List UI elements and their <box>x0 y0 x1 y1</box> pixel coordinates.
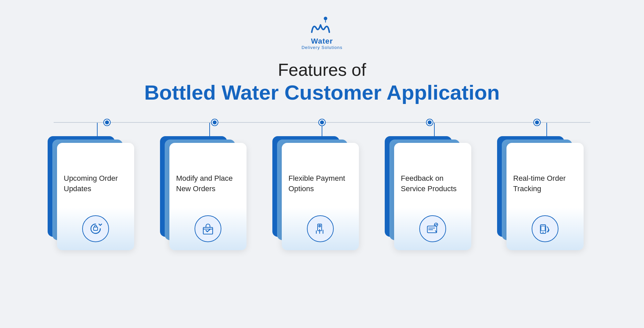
logo-icon <box>307 16 337 40</box>
card-label-2: Modify and Place New Orders <box>176 152 240 215</box>
card-front-2: Modify and Place New Orders <box>169 143 247 250</box>
timeline-dot-3 <box>319 119 325 125</box>
payment-icon <box>313 221 328 236</box>
card-stack-5: Real-time Order Tracking <box>506 136 587 257</box>
title-section: Features of Bottled Water Customer Appli… <box>144 59 500 105</box>
card-label-3: Flexible Payment Options <box>288 152 352 215</box>
card-front-5: Real-time Order Tracking <box>506 143 584 250</box>
card-stack-1: Upcoming Order Updates <box>57 136 138 257</box>
card-realtime-tracking: Real-time Order Tracking <box>506 123 587 257</box>
card-label-5: Real-time Order Tracking <box>513 152 577 215</box>
card-icon-4 <box>419 215 446 242</box>
svg-point-0 <box>324 17 327 20</box>
title-line1: Features of <box>144 59 500 80</box>
card-label-4: Feedback on Service Products <box>401 152 465 215</box>
timeline-dots <box>54 119 590 125</box>
card-stack-4: Feedback on Service Products <box>394 136 475 257</box>
card-front-1: Upcoming Order Updates <box>57 143 134 250</box>
card-label-1: Upcoming Order Updates <box>64 152 127 215</box>
card-feedback: Feedback on Service Products <box>394 123 475 257</box>
logo-container: Water Delivery Solutions <box>302 16 342 50</box>
card-icon-1 <box>82 215 109 242</box>
card-modify-orders: Modify and Place New Orders <box>169 123 250 257</box>
logo-text: Water Delivery Solutions <box>302 37 342 50</box>
logo-delivery-label: Delivery Solutions <box>302 45 342 50</box>
cards-container: Upcoming Order Updates <box>54 123 590 257</box>
card-icon-5 <box>532 215 558 242</box>
timeline-dot-4 <box>427 119 433 125</box>
svg-point-11 <box>548 229 549 231</box>
card-icon-3 <box>307 215 334 242</box>
tracking-icon <box>538 221 552 236</box>
card-flexible-payment: Flexible Payment Options <box>282 123 362 257</box>
feedback-icon <box>425 221 440 236</box>
timeline-section: Upcoming Order Updates <box>0 122 644 257</box>
page-header: Water Delivery Solutions Features of Bot… <box>144 16 500 105</box>
svg-point-10 <box>543 232 544 233</box>
card-front-4: Feedback on Service Products <box>394 143 471 250</box>
card-front-3: Flexible Payment Options <box>282 143 359 250</box>
card-upcoming-order: Upcoming Order Updates <box>57 123 138 257</box>
title-line2: Bottled Water Customer Application <box>144 80 500 105</box>
card-stack-2: Modify and Place New Orders <box>169 136 250 257</box>
logo-water-label: Water <box>311 37 333 46</box>
timeline-dot-5 <box>534 119 540 125</box>
box-check-icon <box>201 221 215 236</box>
svg-rect-9 <box>541 226 545 231</box>
timeline-dot-1 <box>104 119 110 125</box>
refresh-order-icon <box>88 221 103 236</box>
timeline-dot-2 <box>212 119 218 125</box>
card-stack-3: Flexible Payment Options <box>282 136 362 257</box>
svg-rect-2 <box>94 227 98 230</box>
card-icon-2 <box>195 215 221 242</box>
